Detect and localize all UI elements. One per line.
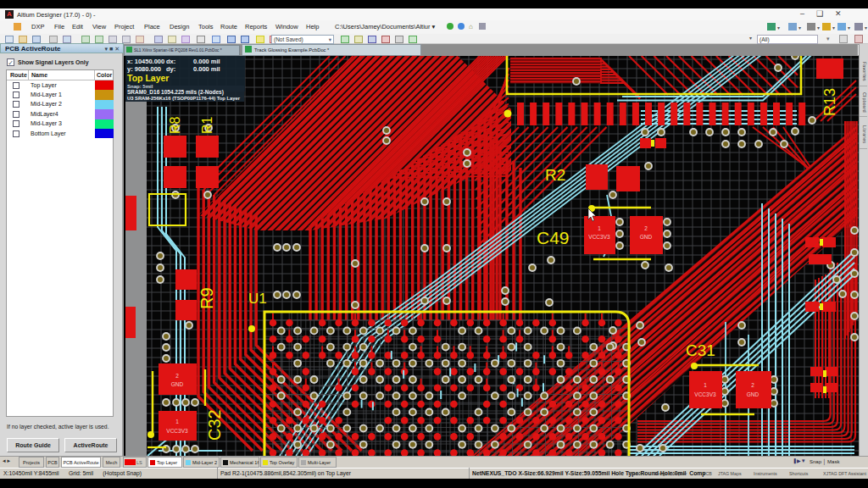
svg-text:VCC3V3: VCC3V3 xyxy=(166,428,188,434)
svg-text:GND: GND xyxy=(747,391,760,397)
svg-text:Top Layer: Top Layer xyxy=(127,73,169,83)
svg-text:2: 2 xyxy=(644,225,648,231)
svg-text:R2: R2 xyxy=(545,166,565,184)
svg-text:R13: R13 xyxy=(821,88,838,116)
svg-text:0.000 mil: 0.000 mil xyxy=(193,65,220,73)
svg-text:SRAM0_D16 1054.225 mils (2-: SRAM0_D16 1054.225 mils (2-Nodes) xyxy=(127,89,224,96)
svg-text:dx:: dx: xyxy=(166,58,175,65)
svg-text:1: 1 xyxy=(704,382,707,388)
svg-text:y: 9080.000: y: 9080.000 xyxy=(127,65,161,73)
svg-text:1: 1 xyxy=(598,225,601,231)
svg-text:VCC3V3: VCC3V3 xyxy=(694,391,716,397)
svg-text:C49: C49 xyxy=(537,228,570,247)
svg-text:dy:: dy: xyxy=(166,65,175,73)
svg-text:R9: R9 xyxy=(198,287,216,309)
svg-text:0.000 mil: 0.000 mil xyxy=(193,58,220,65)
svg-text:R8: R8 xyxy=(168,116,182,134)
svg-text:U1: U1 xyxy=(248,291,267,307)
svg-text:GND: GND xyxy=(640,234,653,240)
svg-text:VCC3V3: VCC3V3 xyxy=(588,234,610,240)
svg-text:2: 2 xyxy=(175,373,179,379)
svg-text:1: 1 xyxy=(175,419,179,424)
svg-text:C32: C32 xyxy=(205,409,224,441)
svg-text:GND: GND xyxy=(171,381,184,387)
svg-text:R1: R1 xyxy=(200,116,214,134)
svg-text:U3 SRAM-256Kx16 (TSOP00P1176-: U3 SRAM-256Kx16 (TSOP00P1176-44) Top Lay… xyxy=(127,96,241,101)
svg-text:2: 2 xyxy=(751,382,754,388)
svg-text:C31: C31 xyxy=(686,341,715,359)
svg-text:x: 10450.000: x: 10450.000 xyxy=(127,58,164,65)
